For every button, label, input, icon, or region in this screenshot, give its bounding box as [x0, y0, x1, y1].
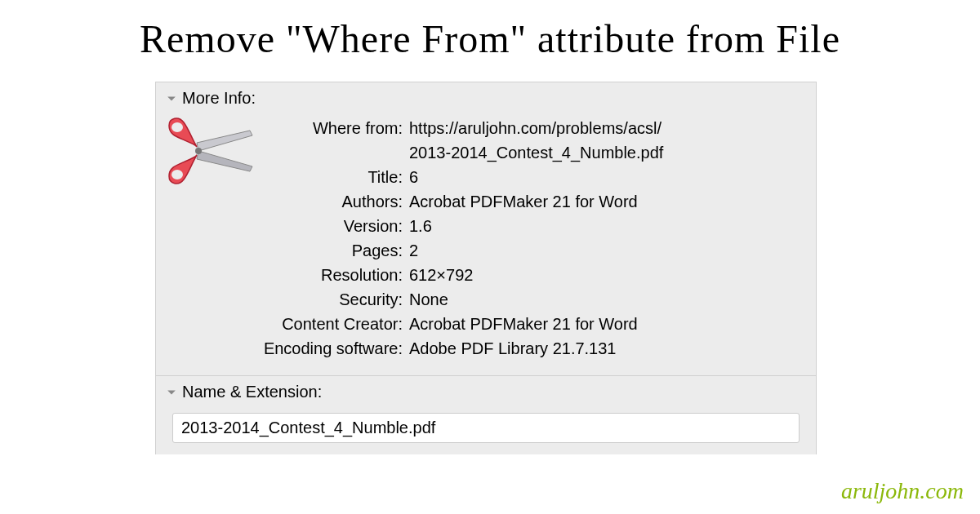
info-row-encoding-software: Encoding software: Adobe PDF Library 21.… — [172, 336, 800, 361]
info-row-where-from-cont: 2013-2014_Contest_4_Numble.pdf — [172, 140, 800, 165]
filename-input[interactable] — [172, 413, 800, 443]
encoding-software-label: Encoding software: — [172, 336, 409, 361]
chevron-down-icon — [166, 387, 177, 398]
name-extension-label: Name & Extension: — [182, 383, 322, 401]
name-extension-section: Name & Extension: — [156, 375, 816, 454]
authors-value: Acrobat PDFMaker 21 for Word — [409, 189, 800, 214]
security-value: None — [409, 287, 800, 312]
title-value: 6 — [409, 165, 800, 189]
info-row-content-creator: Content Creator: Acrobat PDFMaker 21 for… — [172, 312, 800, 336]
scissors-icon — [164, 114, 254, 196]
more-info-header[interactable]: More Info: — [156, 82, 816, 114]
encoding-software-value: Adobe PDF Library 21.7.131 — [409, 336, 800, 361]
resolution-value: 612×792 — [409, 263, 800, 287]
content-creator-value: Acrobat PDFMaker 21 for Word — [409, 312, 800, 336]
info-panel: More Info: Where from: https://aruljohn.… — [155, 82, 817, 454]
svg-point-0 — [195, 148, 202, 154]
resolution-label: Resolution: — [172, 263, 409, 287]
where-from-value-2: 2013-2014_Contest_4_Numble.pdf — [409, 140, 800, 165]
content-creator-label: Content Creator: — [172, 312, 409, 336]
info-row-version: Version: 1.6 — [172, 214, 800, 238]
chevron-down-icon — [166, 93, 177, 104]
name-extension-header[interactable]: Name & Extension: — [156, 376, 816, 408]
page-title: Remove "Where From" attribute from File — [0, 0, 980, 69]
where-from-value-1: https://aruljohn.com/problems/acsl/ — [409, 116, 800, 140]
info-row-title: Title: 6 — [172, 165, 800, 189]
pages-value: 2 — [409, 238, 800, 263]
info-row-where-from: Where from: https://aruljohn.com/problem… — [172, 116, 800, 140]
info-rows: Where from: https://aruljohn.com/problem… — [156, 114, 816, 375]
info-row-security: Security: None — [172, 287, 800, 312]
pages-label: Pages: — [172, 238, 409, 263]
info-row-resolution: Resolution: 612×792 — [172, 263, 800, 287]
more-info-label: More Info: — [182, 89, 256, 108]
version-label: Version: — [172, 214, 409, 238]
svg-point-2 — [172, 170, 183, 179]
watermark: aruljohn.com — [841, 478, 964, 504]
info-row-pages: Pages: 2 — [172, 238, 800, 263]
svg-point-1 — [172, 122, 183, 132]
security-label: Security: — [172, 287, 409, 312]
info-row-authors: Authors: Acrobat PDFMaker 21 for Word — [172, 189, 800, 214]
version-value: 1.6 — [409, 214, 800, 238]
